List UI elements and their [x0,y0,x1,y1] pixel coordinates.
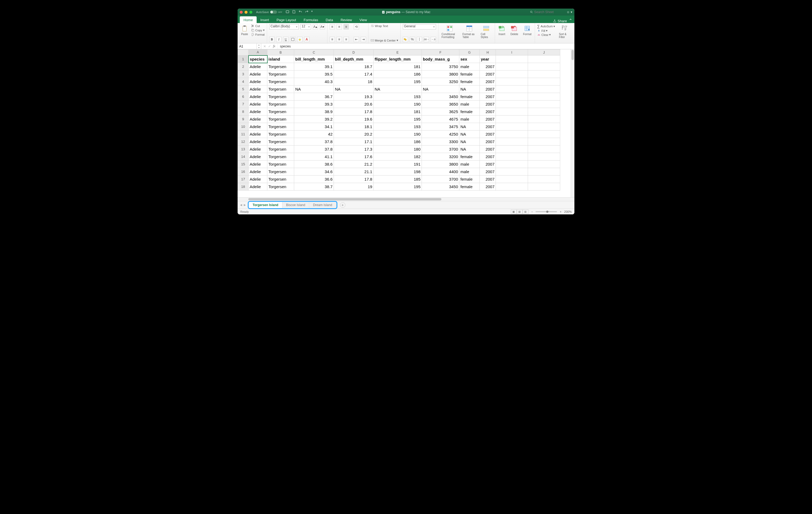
add-sheet-button[interactable]: + [340,202,345,208]
cell[interactable]: Adelie [249,116,267,123]
fx-icon[interactable]: fx [273,44,276,48]
cell[interactable]: 3700 [422,146,459,153]
cell[interactable]: 4250 [422,130,459,138]
normal-view-icon[interactable]: ▦ [511,210,517,214]
cell[interactable] [496,108,528,116]
cell[interactable]: 36.7 [294,93,334,100]
cell[interactable]: Adelie [249,108,267,116]
cell[interactable] [528,78,560,86]
horizontal-scrollbar[interactable] [238,197,574,201]
cell[interactable]: 20.2 [334,130,374,138]
column-header[interactable]: D [334,50,374,56]
cell[interactable]: NA [459,86,480,93]
cell[interactable]: 195 [374,116,422,123]
cell[interactable] [496,116,528,123]
decrease-indent-button[interactable]: ⇤ [354,37,359,42]
cell[interactable]: Adelie [249,100,267,108]
cell[interactable]: 2007 [480,86,496,93]
cell[interactable] [528,86,560,93]
cell[interactable] [496,56,528,63]
zoom-out-button[interactable]: − [531,210,533,213]
cell[interactable]: 3250 [422,78,459,86]
decrease-decimal-button[interactable]: →.0 [431,37,436,42]
fill-color-button[interactable] [297,37,302,42]
cell[interactable]: 20.6 [334,100,374,108]
cell[interactable]: 3475 [422,123,459,130]
sheet-tab[interactable]: Torgersen Island [249,202,282,208]
cell[interactable]: 38.7 [294,183,334,190]
cell[interactable]: 193 [374,123,422,130]
cell[interactable]: Torgersen [267,183,294,190]
cell[interactable]: male [459,116,480,123]
sheet-tab[interactable]: Dream Island [309,202,336,208]
cell[interactable] [528,116,560,123]
sheet-nav-next[interactable]: ▶ [243,203,247,207]
cell[interactable] [528,70,560,78]
cell[interactable]: Adelie [249,78,267,86]
cell[interactable]: female [459,78,480,86]
align-top-button[interactable]: ≡ [329,24,335,29]
cell[interactable]: 190 [374,100,422,108]
zoom-in-button[interactable]: + [560,210,561,213]
cell[interactable]: 38.9 [294,108,334,116]
cancel-edit-icon[interactable]: ✕ [263,44,266,48]
tab-formulas[interactable]: Formulas [300,17,322,23]
cell[interactable]: 3300 [422,138,459,146]
format-painter-button[interactable]: Format [251,33,265,36]
insert-cells-button[interactable]: Insert [497,24,507,36]
cell[interactable]: 182 [374,153,422,160]
cell[interactable] [496,123,528,130]
cell[interactable]: 180 [374,146,422,153]
tab-view[interactable]: View [356,17,371,23]
cell[interactable] [496,100,528,108]
cell[interactable]: 2007 [480,138,496,146]
cell[interactable]: female [459,108,480,116]
row-header[interactable]: 4 [238,78,249,86]
cell[interactable]: 195 [374,78,422,86]
column-header[interactable]: G [459,50,480,56]
cell[interactable]: 195 [374,183,422,190]
share-button[interactable]: Share [553,19,567,23]
select-all-corner[interactable] [238,50,249,56]
confirm-edit-icon[interactable]: ✓ [268,44,271,48]
cell[interactable]: 39.5 [294,70,334,78]
cell[interactable]: 2007 [480,160,496,168]
cell[interactable]: Torgersen [267,153,294,160]
cell[interactable]: 41.1 [294,153,334,160]
cell[interactable]: male [459,168,480,176]
cell[interactable]: 19.3 [334,93,374,100]
cell[interactable] [496,160,528,168]
cell[interactable] [528,146,560,153]
tab-home[interactable]: Home [240,17,257,23]
cell[interactable]: 181 [374,108,422,116]
tab-data[interactable]: Data [322,17,337,23]
cell[interactable]: Adelie [249,138,267,146]
cell[interactable]: 2007 [480,93,496,100]
sheet-nav-prev[interactable]: ◀ [239,203,243,207]
search-sheet-input[interactable] [534,10,564,14]
column-header[interactable]: E [374,50,422,56]
cell[interactable]: male [459,160,480,168]
collapse-ribbon-icon[interactable]: ⌃ [569,18,572,23]
cell[interactable]: 39.2 [294,116,334,123]
cell[interactable]: Adelie [249,93,267,100]
column-header[interactable]: B [267,50,294,56]
row-header[interactable]: 7 [238,100,249,108]
cell[interactable]: 3700 [422,176,459,183]
align-middle-button[interactable]: ≡ [337,24,342,29]
cell[interactable]: 3750 [422,63,459,70]
cell[interactable]: 18.1 [334,123,374,130]
cell[interactable] [496,146,528,153]
cell[interactable]: Torgersen [267,160,294,168]
cell[interactable]: 2007 [480,78,496,86]
font-size-select[interactable]: 12▾ [300,24,311,29]
cell[interactable]: year [480,56,496,63]
cell[interactable]: Torgersen [267,78,294,86]
cell[interactable]: Torgersen [267,93,294,100]
name-box-stepper[interactable]: ▲▼ [257,43,261,49]
column-header[interactable]: J [528,50,560,56]
view-switcher[interactable]: ▦ ▤ ▥ [511,210,528,214]
cell[interactable]: Torgersen [267,146,294,153]
row-header[interactable]: 3 [238,70,249,78]
cut-button[interactable]: Cut [251,24,265,28]
